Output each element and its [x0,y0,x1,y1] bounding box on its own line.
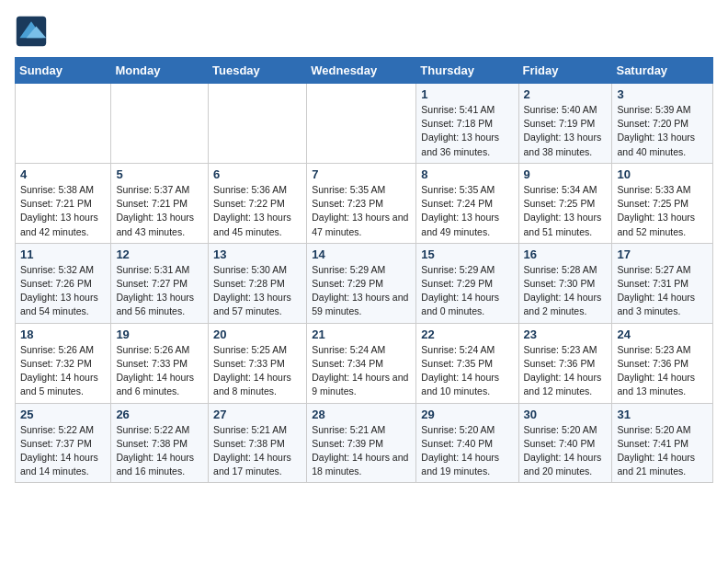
day-number: 21 [312,327,411,341]
day-number: 17 [617,247,708,261]
day-number: 26 [116,408,203,421]
day-info: Sunrise: 5:28 AMSunset: 7:30 PMDaylight:… [524,263,608,319]
day-header-saturday: Saturday [612,58,713,84]
calendar-cell [307,84,416,164]
day-header-sunday: Sunday [16,58,111,84]
day-number: 22 [421,327,513,341]
day-number: 15 [421,247,513,261]
calendar-cell: 11Sunrise: 5:32 AMSunset: 7:26 PMDayligh… [16,243,111,323]
day-info: Sunrise: 5:26 AMSunset: 7:33 PMDaylight:… [116,343,203,399]
day-number: 3 [617,87,708,101]
day-info: Sunrise: 5:26 AMSunset: 7:32 PMDaylight:… [20,343,106,399]
calendar-cell: 1Sunrise: 5:41 AMSunset: 7:18 PMDaylight… [416,84,518,164]
day-info: Sunrise: 5:34 AMSunset: 7:25 PMDaylight:… [524,183,608,239]
calendar-cell: 27Sunrise: 5:21 AMSunset: 7:38 PMDayligh… [209,403,307,483]
day-info: Sunrise: 5:24 AMSunset: 7:35 PMDaylight:… [421,343,513,399]
calendar-cell: 13Sunrise: 5:30 AMSunset: 7:28 PMDayligh… [209,243,307,323]
calendar-cell: 8Sunrise: 5:35 AMSunset: 7:24 PMDaylight… [416,163,518,243]
page-header [15,15,713,48]
calendar-cell: 5Sunrise: 5:37 AMSunset: 7:21 PMDaylight… [111,163,209,243]
day-number: 14 [312,247,411,261]
calendar-cell: 15Sunrise: 5:29 AMSunset: 7:29 PMDayligh… [416,243,518,323]
day-info: Sunrise: 5:21 AMSunset: 7:38 PMDaylight:… [213,423,301,479]
day-number: 20 [213,327,301,341]
day-info: Sunrise: 5:23 AMSunset: 7:36 PMDaylight:… [617,343,708,399]
day-info: Sunrise: 5:22 AMSunset: 7:38 PMDaylight:… [116,423,203,479]
day-info: Sunrise: 5:29 AMSunset: 7:29 PMDaylight:… [312,263,411,319]
calendar-cell: 10Sunrise: 5:33 AMSunset: 7:25 PMDayligh… [612,163,713,243]
calendar-cell: 31Sunrise: 5:20 AMSunset: 7:41 PMDayligh… [612,403,713,483]
calendar-cell: 29Sunrise: 5:20 AMSunset: 7:40 PMDayligh… [416,403,518,483]
calendar-cell: 22Sunrise: 5:24 AMSunset: 7:35 PMDayligh… [416,323,518,403]
calendar-cell [209,84,307,164]
day-number: 16 [524,247,608,261]
calendar-cell: 6Sunrise: 5:36 AMSunset: 7:22 PMDaylight… [209,163,307,243]
day-info: Sunrise: 5:23 AMSunset: 7:36 PMDaylight:… [524,343,608,399]
day-number: 31 [617,408,708,421]
calendar-cell: 26Sunrise: 5:22 AMSunset: 7:38 PMDayligh… [111,403,209,483]
day-info: Sunrise: 5:32 AMSunset: 7:26 PMDaylight:… [20,263,106,319]
day-number: 25 [20,408,106,421]
calendar-cell: 12Sunrise: 5:31 AMSunset: 7:27 PMDayligh… [111,243,209,323]
calendar-cell: 3Sunrise: 5:39 AMSunset: 7:20 PMDaylight… [612,84,713,164]
calendar-cell: 7Sunrise: 5:35 AMSunset: 7:23 PMDaylight… [307,163,416,243]
day-header-tuesday: Tuesday [209,58,307,84]
day-number: 2 [524,87,608,101]
day-info: Sunrise: 5:24 AMSunset: 7:34 PMDaylight:… [312,343,411,399]
logo-icon [15,15,48,48]
calendar-cell: 21Sunrise: 5:24 AMSunset: 7:34 PMDayligh… [307,323,416,403]
days-header-row: SundayMondayTuesdayWednesdayThursdayFrid… [16,58,713,84]
day-info: Sunrise: 5:25 AMSunset: 7:33 PMDaylight:… [213,343,301,399]
day-number: 23 [524,327,608,341]
calendar-cell: 14Sunrise: 5:29 AMSunset: 7:29 PMDayligh… [307,243,416,323]
week-row-1: 1Sunrise: 5:41 AMSunset: 7:18 PMDaylight… [16,84,713,164]
calendar-cell: 28Sunrise: 5:21 AMSunset: 7:39 PMDayligh… [307,403,416,483]
calendar-cell: 23Sunrise: 5:23 AMSunset: 7:36 PMDayligh… [518,323,612,403]
day-info: Sunrise: 5:30 AMSunset: 7:28 PMDaylight:… [213,263,301,319]
day-number: 30 [524,408,608,421]
day-number: 19 [116,327,203,341]
day-number: 4 [20,167,106,181]
day-number: 1 [421,87,513,101]
day-info: Sunrise: 5:38 AMSunset: 7:21 PMDaylight:… [20,183,106,239]
day-info: Sunrise: 5:40 AMSunset: 7:19 PMDaylight:… [524,103,608,159]
day-header-wednesday: Wednesday [307,58,416,84]
calendar-cell: 4Sunrise: 5:38 AMSunset: 7:21 PMDaylight… [16,163,111,243]
day-header-friday: Friday [518,58,612,84]
calendar-cell: 24Sunrise: 5:23 AMSunset: 7:36 PMDayligh… [612,323,713,403]
day-info: Sunrise: 5:29 AMSunset: 7:29 PMDaylight:… [421,263,513,319]
day-info: Sunrise: 5:33 AMSunset: 7:25 PMDaylight:… [617,183,708,239]
calendar-cell [16,84,111,164]
day-number: 12 [116,247,203,261]
day-number: 6 [213,167,301,181]
calendar-cell: 16Sunrise: 5:28 AMSunset: 7:30 PMDayligh… [518,243,612,323]
calendar-cell: 25Sunrise: 5:22 AMSunset: 7:37 PMDayligh… [16,403,111,483]
day-info: Sunrise: 5:36 AMSunset: 7:22 PMDaylight:… [213,183,301,239]
week-row-4: 18Sunrise: 5:26 AMSunset: 7:32 PMDayligh… [16,323,713,403]
day-number: 27 [213,408,301,421]
day-info: Sunrise: 5:21 AMSunset: 7:39 PMDaylight:… [312,423,411,479]
day-header-monday: Monday [111,58,209,84]
day-number: 7 [312,167,411,181]
day-info: Sunrise: 5:22 AMSunset: 7:37 PMDaylight:… [20,423,106,479]
calendar-cell: 30Sunrise: 5:20 AMSunset: 7:40 PMDayligh… [518,403,612,483]
calendar-cell: 18Sunrise: 5:26 AMSunset: 7:32 PMDayligh… [16,323,111,403]
logo [15,15,51,48]
calendar-cell: 19Sunrise: 5:26 AMSunset: 7:33 PMDayligh… [111,323,209,403]
day-info: Sunrise: 5:35 AMSunset: 7:23 PMDaylight:… [312,183,411,239]
calendar-cell: 2Sunrise: 5:40 AMSunset: 7:19 PMDaylight… [518,84,612,164]
day-number: 11 [20,247,106,261]
day-info: Sunrise: 5:27 AMSunset: 7:31 PMDaylight:… [617,263,708,319]
week-row-5: 25Sunrise: 5:22 AMSunset: 7:37 PMDayligh… [16,403,713,483]
week-row-3: 11Sunrise: 5:32 AMSunset: 7:26 PMDayligh… [16,243,713,323]
calendar-cell: 17Sunrise: 5:27 AMSunset: 7:31 PMDayligh… [612,243,713,323]
day-number: 9 [524,167,608,181]
week-row-2: 4Sunrise: 5:38 AMSunset: 7:21 PMDaylight… [16,163,713,243]
day-info: Sunrise: 5:20 AMSunset: 7:40 PMDaylight:… [524,423,608,479]
calendar-cell: 20Sunrise: 5:25 AMSunset: 7:33 PMDayligh… [209,323,307,403]
day-info: Sunrise: 5:31 AMSunset: 7:27 PMDaylight:… [116,263,203,319]
day-number: 28 [312,408,411,421]
calendar-cell [111,84,209,164]
day-number: 5 [116,167,203,181]
day-number: 13 [213,247,301,261]
